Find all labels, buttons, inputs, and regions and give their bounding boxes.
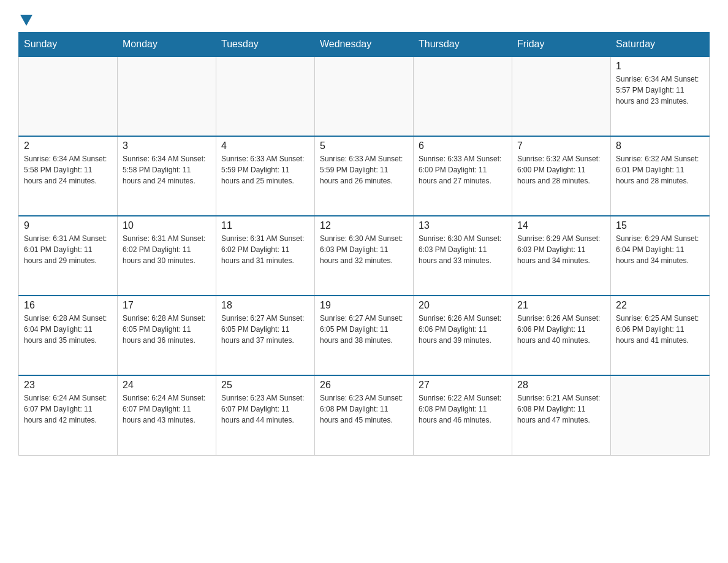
day-number: 14 <box>517 220 605 231</box>
day-info: Sunrise: 6:34 AM Sunset: 5:58 PM Dayligh… <box>123 153 211 186</box>
day-info: Sunrise: 6:33 AM Sunset: 5:59 PM Dayligh… <box>221 153 309 186</box>
day-number: 13 <box>419 220 507 231</box>
calendar-cell: 20Sunrise: 6:26 AM Sunset: 6:06 PM Dayli… <box>414 296 512 375</box>
calendar-cell: 16Sunrise: 6:28 AM Sunset: 6:04 PM Dayli… <box>19 296 118 375</box>
logo <box>18 12 32 26</box>
day-info: Sunrise: 6:30 AM Sunset: 6:03 PM Dayligh… <box>320 233 408 266</box>
calendar-cell: 22Sunrise: 6:25 AM Sunset: 6:06 PM Dayli… <box>611 296 710 375</box>
day-number: 5 <box>320 140 408 151</box>
day-info: Sunrise: 6:24 AM Sunset: 6:07 PM Dayligh… <box>24 393 112 426</box>
page-header <box>18 12 710 26</box>
day-info: Sunrise: 6:32 AM Sunset: 6:01 PM Dayligh… <box>616 153 704 186</box>
calendar-cell: 18Sunrise: 6:27 AM Sunset: 6:05 PM Dayli… <box>216 296 315 375</box>
day-number: 2 <box>24 140 112 151</box>
day-info: Sunrise: 6:23 AM Sunset: 6:08 PM Dayligh… <box>320 393 408 426</box>
weekday-header-row: SundayMondayTuesdayWednesdayThursdayFrid… <box>19 33 710 57</box>
calendar-cell: 1Sunrise: 6:34 AM Sunset: 5:57 PM Daylig… <box>611 56 710 136</box>
day-number: 27 <box>419 380 507 391</box>
day-info: Sunrise: 6:34 AM Sunset: 5:58 PM Dayligh… <box>24 153 112 186</box>
day-number: 26 <box>320 380 408 391</box>
day-number: 3 <box>123 140 211 151</box>
calendar-cell: 27Sunrise: 6:22 AM Sunset: 6:08 PM Dayli… <box>414 375 512 455</box>
calendar-cell: 26Sunrise: 6:23 AM Sunset: 6:08 PM Dayli… <box>315 375 414 455</box>
calendar-cell: 15Sunrise: 6:29 AM Sunset: 6:04 PM Dayli… <box>611 216 710 296</box>
weekday-header-thursday: Thursday <box>414 33 512 57</box>
day-info: Sunrise: 6:32 AM Sunset: 6:00 PM Dayligh… <box>517 153 605 186</box>
day-number: 15 <box>616 220 704 231</box>
calendar-cell: 10Sunrise: 6:31 AM Sunset: 6:02 PM Dayli… <box>118 216 216 296</box>
day-number: 4 <box>221 140 309 151</box>
calendar-week-row: 23Sunrise: 6:24 AM Sunset: 6:07 PM Dayli… <box>19 375 710 455</box>
weekday-header-wednesday: Wednesday <box>315 33 414 57</box>
day-info: Sunrise: 6:26 AM Sunset: 6:06 PM Dayligh… <box>517 313 605 346</box>
calendar-cell <box>414 56 512 136</box>
calendar-week-row: 9Sunrise: 6:31 AM Sunset: 6:01 PM Daylig… <box>19 216 710 296</box>
calendar-header: SundayMondayTuesdayWednesdayThursdayFrid… <box>19 33 710 57</box>
day-number: 18 <box>221 300 309 311</box>
calendar-cell: 9Sunrise: 6:31 AM Sunset: 6:01 PM Daylig… <box>19 216 118 296</box>
calendar-cell: 13Sunrise: 6:30 AM Sunset: 6:03 PM Dayli… <box>414 216 512 296</box>
calendar-cell <box>19 56 118 136</box>
day-info: Sunrise: 6:31 AM Sunset: 6:02 PM Dayligh… <box>221 233 309 266</box>
day-info: Sunrise: 6:34 AM Sunset: 5:57 PM Dayligh… <box>616 74 704 107</box>
day-info: Sunrise: 6:22 AM Sunset: 6:08 PM Dayligh… <box>419 393 507 426</box>
day-number: 6 <box>419 140 507 151</box>
calendar-cell: 6Sunrise: 6:33 AM Sunset: 6:00 PM Daylig… <box>414 136 512 216</box>
calendar-cell: 2Sunrise: 6:34 AM Sunset: 5:58 PM Daylig… <box>19 136 118 216</box>
weekday-header-friday: Friday <box>512 33 611 57</box>
calendar-cell: 3Sunrise: 6:34 AM Sunset: 5:58 PM Daylig… <box>118 136 216 216</box>
day-number: 11 <box>221 220 309 231</box>
day-info: Sunrise: 6:25 AM Sunset: 6:06 PM Dayligh… <box>616 313 704 346</box>
day-number: 8 <box>616 140 704 151</box>
day-number: 23 <box>24 380 112 391</box>
calendar-cell <box>118 56 216 136</box>
calendar-cell: 11Sunrise: 6:31 AM Sunset: 6:02 PM Dayli… <box>216 216 315 296</box>
day-info: Sunrise: 6:27 AM Sunset: 6:05 PM Dayligh… <box>221 313 309 346</box>
calendar-cell: 19Sunrise: 6:27 AM Sunset: 6:05 PM Dayli… <box>315 296 414 375</box>
day-info: Sunrise: 6:31 AM Sunset: 6:02 PM Dayligh… <box>123 233 211 266</box>
calendar-cell: 14Sunrise: 6:29 AM Sunset: 6:03 PM Dayli… <box>512 216 611 296</box>
calendar-body: 1Sunrise: 6:34 AM Sunset: 5:57 PM Daylig… <box>19 56 710 455</box>
calendar-cell <box>512 56 611 136</box>
calendar-cell: 7Sunrise: 6:32 AM Sunset: 6:00 PM Daylig… <box>512 136 611 216</box>
calendar-cell: 25Sunrise: 6:23 AM Sunset: 6:07 PM Dayli… <box>216 375 315 455</box>
calendar-cell <box>315 56 414 136</box>
day-info: Sunrise: 6:30 AM Sunset: 6:03 PM Dayligh… <box>419 233 507 266</box>
calendar-table: SundayMondayTuesdayWednesdayThursdayFrid… <box>18 32 710 456</box>
calendar-cell <box>611 375 710 455</box>
calendar-cell: 23Sunrise: 6:24 AM Sunset: 6:07 PM Dayli… <box>19 375 118 455</box>
day-info: Sunrise: 6:27 AM Sunset: 6:05 PM Dayligh… <box>320 313 408 346</box>
calendar-cell: 12Sunrise: 6:30 AM Sunset: 6:03 PM Dayli… <box>315 216 414 296</box>
day-number: 17 <box>123 300 211 311</box>
weekday-header-monday: Monday <box>118 33 216 57</box>
calendar-week-row: 2Sunrise: 6:34 AM Sunset: 5:58 PM Daylig… <box>19 136 710 216</box>
calendar-cell: 8Sunrise: 6:32 AM Sunset: 6:01 PM Daylig… <box>611 136 710 216</box>
day-info: Sunrise: 6:31 AM Sunset: 6:01 PM Dayligh… <box>24 233 112 266</box>
calendar-cell: 28Sunrise: 6:21 AM Sunset: 6:08 PM Dayli… <box>512 375 611 455</box>
day-number: 21 <box>517 300 605 311</box>
calendar-cell: 4Sunrise: 6:33 AM Sunset: 5:59 PM Daylig… <box>216 136 315 216</box>
day-info: Sunrise: 6:29 AM Sunset: 6:03 PM Dayligh… <box>517 233 605 266</box>
day-number: 28 <box>517 380 605 391</box>
day-number: 19 <box>320 300 408 311</box>
day-info: Sunrise: 6:33 AM Sunset: 6:00 PM Dayligh… <box>419 153 507 186</box>
calendar-cell: 21Sunrise: 6:26 AM Sunset: 6:06 PM Dayli… <box>512 296 611 375</box>
day-number: 25 <box>221 380 309 391</box>
day-info: Sunrise: 6:24 AM Sunset: 6:07 PM Dayligh… <box>123 393 211 426</box>
calendar-cell: 17Sunrise: 6:28 AM Sunset: 6:05 PM Dayli… <box>118 296 216 375</box>
day-info: Sunrise: 6:26 AM Sunset: 6:06 PM Dayligh… <box>419 313 507 346</box>
day-number: 10 <box>123 220 211 231</box>
day-info: Sunrise: 6:23 AM Sunset: 6:07 PM Dayligh… <box>221 393 309 426</box>
day-info: Sunrise: 6:28 AM Sunset: 6:04 PM Dayligh… <box>24 313 112 346</box>
day-number: 1 <box>616 61 704 72</box>
calendar-cell: 24Sunrise: 6:24 AM Sunset: 6:07 PM Dayli… <box>118 375 216 455</box>
calendar-week-row: 16Sunrise: 6:28 AM Sunset: 6:04 PM Dayli… <box>19 296 710 375</box>
day-number: 16 <box>24 300 112 311</box>
weekday-header-saturday: Saturday <box>611 33 710 57</box>
logo-triangle-icon <box>20 15 32 26</box>
day-number: 7 <box>517 140 605 151</box>
weekday-header-sunday: Sunday <box>19 33 118 57</box>
calendar-week-row: 1Sunrise: 6:34 AM Sunset: 5:57 PM Daylig… <box>19 56 710 136</box>
day-number: 9 <box>24 220 112 231</box>
day-info: Sunrise: 6:33 AM Sunset: 5:59 PM Dayligh… <box>320 153 408 186</box>
